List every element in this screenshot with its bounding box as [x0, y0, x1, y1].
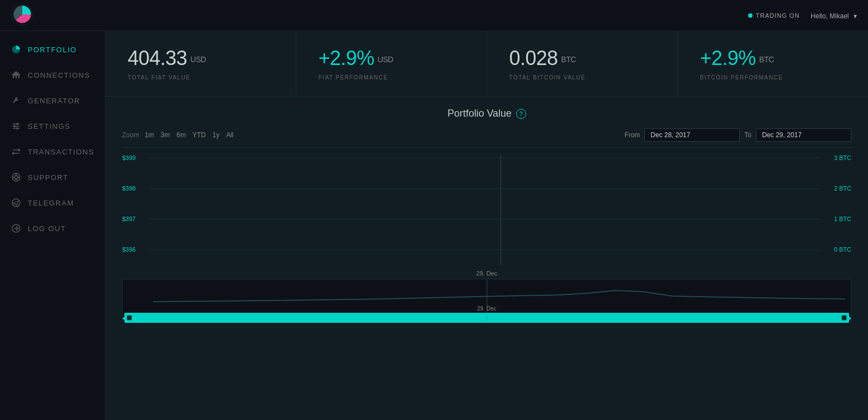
- stat-total-btc: 0.028BTC TOTAL BITCOIN VALUE: [487, 31, 678, 96]
- chart-title-row: Portfolio Value ?: [122, 108, 851, 119]
- sidebar-item-connections[interactable]: CONNECTIONS: [0, 62, 105, 88]
- zoom-all[interactable]: All: [226, 131, 233, 139]
- stat-value-total-btc: 0.028BTC: [509, 47, 655, 70]
- zoom-1m[interactable]: 1m: [145, 131, 154, 139]
- exchange-icon: [11, 147, 21, 157]
- main-content: 404.33USD TOTAL FIAT VALUE +2.9%USD FIAT…: [105, 31, 868, 420]
- grid-label-396-btc: 0 BTC: [821, 246, 851, 253]
- gridline-398: $398 2 BTC: [122, 185, 851, 192]
- grid-label-399-usd: $399: [122, 154, 150, 161]
- sidebar-label-generator: GENERATOR: [28, 97, 80, 105]
- dropdown-arrow: ▾: [854, 12, 857, 20]
- bank-icon: [11, 70, 21, 80]
- pie-chart-icon: [11, 44, 21, 54]
- scrollbar-date-marker: 29. Dec: [477, 306, 496, 312]
- svg-rect-4: [18, 76, 19, 78]
- chart-scrollbar[interactable]: 29. Dec ◀ ▶: [122, 279, 851, 323]
- trading-label: TRADING ON: [756, 12, 800, 19]
- chart-title: Portfolio Value: [447, 108, 512, 119]
- sidebar-label-settings: SETTINGS: [28, 122, 70, 131]
- grid-line-397: [150, 219, 821, 219]
- logo: [11, 3, 33, 28]
- sidebar-item-support[interactable]: SUPPORT: [0, 164, 105, 190]
- sidebar-label-portfolio: PORTFOLIO: [28, 46, 77, 54]
- sidebar-label-support: SUPPORT: [28, 173, 68, 182]
- svg-rect-2: [13, 76, 14, 78]
- grid-label-399-btc: 3 BTC: [821, 154, 851, 161]
- grid-line-398: [150, 188, 821, 189]
- svg-rect-1: [12, 74, 20, 76]
- stat-label-total-btc: TOTAL BITCOIN VALUE: [509, 74, 655, 81]
- stats-row: 404.33USD TOTAL FIAT VALUE +2.9%USD FIAT…: [105, 31, 868, 97]
- stat-value-btc-perf: +2.9%BTC: [700, 47, 846, 70]
- sidebar-item-transactions[interactable]: TRANSACTIONS: [0, 139, 105, 164]
- grid-label-398-btc: 2 BTC: [821, 185, 851, 192]
- sidebar-item-generator[interactable]: GENERATOR: [0, 88, 105, 113]
- sidebar-item-settings[interactable]: SETTINGS: [0, 113, 105, 139]
- gridline-397: $397 1 BTC: [122, 216, 851, 222]
- sidebar-label-connections: CONNECTIONS: [28, 71, 90, 79]
- svg-point-9: [16, 123, 18, 125]
- grid-label-396-usd: $396: [122, 246, 150, 253]
- stat-label-total-fiat: TOTAL FIAT VALUE: [128, 74, 274, 81]
- scroll-right-arrow[interactable]: ▶: [847, 314, 851, 322]
- chart-vertical-line: [501, 154, 501, 266]
- zoom-label: Zoom: [122, 131, 139, 139]
- sidebar-label-logout: LOG OUT: [28, 224, 66, 233]
- scrollbar-handle-left[interactable]: [127, 315, 132, 321]
- svg-marker-15: [12, 152, 14, 155]
- chart-body: $399 3 BTC $398 2 BTC $397 1 BTC: [122, 154, 851, 409]
- grid-line-399: [150, 158, 821, 158]
- gridline-396: $396 0 BTC: [122, 246, 851, 253]
- user-menu[interactable]: Hello, Mikael ▾: [809, 11, 857, 21]
- grid-label-398-usd: $398: [122, 185, 150, 192]
- chart-container: Portfolio Value ? Zoom 1m 3m 6m YTD 1y A…: [105, 97, 868, 420]
- date-to-input[interactable]: [756, 128, 851, 142]
- trading-dot: [748, 13, 753, 18]
- main-layout: PORTFOLIO CONNECTIONS GENERA: [0, 31, 868, 420]
- topnav: TRADING ON Hello, Mikael ▾: [0, 0, 868, 31]
- x-axis-label: 29. Dec: [476, 270, 497, 277]
- chart-controls: Zoom 1m 3m 6m YTD 1y All From To: [122, 128, 851, 148]
- svg-marker-13: [18, 148, 21, 152]
- date-from-input[interactable]: [644, 128, 740, 142]
- sidebar-item-logout[interactable]: LOG OUT: [0, 216, 105, 241]
- grid-label-397-btc: 1 BTC: [821, 216, 851, 222]
- support-icon: [11, 172, 21, 182]
- sidebar-item-portfolio[interactable]: PORTFOLIO: [0, 37, 105, 62]
- stat-total-fiat: 404.33USD TOTAL FIAT VALUE: [105, 31, 296, 96]
- gridline-399: $399 3 BTC: [122, 154, 851, 161]
- zoom-3m[interactable]: 3m: [160, 131, 170, 139]
- telegram-icon: [11, 198, 21, 208]
- grid-line-396: [150, 249, 821, 250]
- stat-btc-performance: +2.9%BTC BITCOIN PERFORMANCE: [678, 31, 868, 96]
- svg-point-10: [13, 125, 16, 127]
- stat-value-fiat-perf: +2.9%USD: [319, 47, 465, 70]
- stat-fiat-performance: +2.9%USD FIAT PERFORMANCE: [296, 31, 487, 96]
- stat-label-btc-perf: BITCOIN PERFORMANCE: [700, 74, 846, 81]
- to-label: To: [744, 131, 751, 139]
- zoom-6m[interactable]: 6m: [176, 131, 186, 139]
- sidebar: PORTFOLIO CONNECTIONS GENERA: [0, 31, 105, 420]
- zoom-1y[interactable]: 1y: [213, 131, 220, 139]
- topnav-right: TRADING ON Hello, Mikael ▾: [748, 11, 857, 21]
- scrollbar-handle-right[interactable]: [841, 315, 847, 321]
- date-range: From To: [624, 128, 851, 142]
- scrollbar-thumb[interactable]: [124, 313, 849, 323]
- scroll-left-arrow[interactable]: ◀: [122, 314, 126, 322]
- stat-value-total-fiat: 404.33USD: [128, 47, 274, 70]
- zoom-ytd[interactable]: YTD: [193, 131, 206, 139]
- scrollbar-mini-chart: [153, 285, 845, 307]
- logout-icon: [11, 223, 21, 233]
- stat-label-fiat-perf: FIAT PERFORMANCE: [319, 74, 465, 81]
- scrollbar-center-handle: [486, 315, 487, 321]
- chart-help-icon[interactable]: ?: [516, 109, 526, 119]
- sidebar-label-transactions: TRANSACTIONS: [28, 148, 94, 156]
- from-label: From: [624, 131, 640, 139]
- grid-label-397-usd: $397: [122, 216, 150, 222]
- sidebar-label-telegram: TELEGRAM: [28, 199, 74, 207]
- user-greeting-text: Hello, Mikael: [811, 12, 849, 20]
- svg-point-17: [14, 176, 18, 179]
- sliders-icon: [11, 121, 21, 131]
- sidebar-item-telegram[interactable]: TELEGRAM: [0, 190, 105, 216]
